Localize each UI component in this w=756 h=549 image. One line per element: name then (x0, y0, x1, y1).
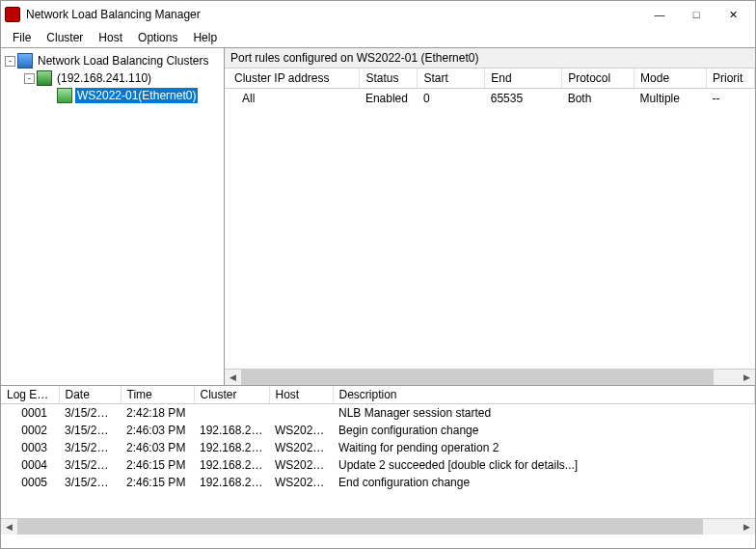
log-cell-host: WS2022... (269, 422, 333, 439)
tree-cluster[interactable]: - (192.168.241.110) (1, 69, 224, 87)
rules-h-scrollbar[interactable]: ◀ ▶ (225, 369, 755, 385)
log-cell-time: 2:42:18 PM (121, 404, 194, 423)
maximize-button[interactable]: □ (678, 1, 715, 28)
app-icon (5, 7, 20, 22)
log-cell-date: 3/15/2022 (59, 404, 121, 423)
col-end[interactable]: End (485, 69, 562, 89)
log-cell-cluster: 192.168.24... (194, 474, 269, 491)
port-rules-table[interactable]: Cluster IP address Status Start End Prot… (225, 69, 755, 369)
log-cell-time: 2:46:03 PM (121, 422, 194, 439)
tree-root[interactable]: - Network Load Balancing Clusters (1, 52, 224, 69)
log-cell-host: WS2022... (269, 456, 333, 474)
log-cell-date: 3/15/2022 (59, 439, 121, 456)
log-cell-time: 2:46:15 PM (121, 474, 194, 491)
cell-status: Enabled (360, 89, 418, 109)
menu-host[interactable]: Host (91, 29, 130, 46)
scroll-track[interactable] (241, 370, 739, 385)
col-log-cluster[interactable]: Cluster (194, 386, 269, 404)
log-cell-date: 3/15/2022 (59, 474, 121, 491)
log-cell-host: WS2022... (269, 474, 333, 491)
cell-end: 65535 (485, 89, 562, 109)
col-start[interactable]: Start (418, 69, 485, 89)
scroll-right-icon[interactable]: ▶ (739, 519, 755, 535)
tree-cluster-label: (192.168.241.110) (55, 70, 153, 86)
log-cell-n: 0002 (1, 422, 59, 439)
tree-host-label: WS2022-01(Ethernet0) (75, 88, 198, 103)
cell-start: 0 (418, 89, 485, 109)
scroll-thumb[interactable] (241, 370, 714, 385)
log-header-row[interactable]: Log En... Date Time Cluster Host Descrip… (1, 386, 755, 404)
port-rules-header: Port rules configured on WS2022-01 (Ethe… (225, 48, 755, 69)
col-status[interactable]: Status (360, 69, 418, 89)
log-cell-time: 2:46:15 PM (121, 456, 194, 474)
clusters-icon (17, 53, 33, 69)
tree-root-label: Network Load Balancing Clusters (36, 53, 210, 69)
log-cell-cluster (194, 404, 269, 423)
log-row[interactable]: 00053/15/20222:46:15 PM192.168.24...WS20… (1, 474, 755, 491)
table-row[interactable]: AllEnabled065535BothMultiple-- (225, 89, 755, 109)
scroll-track[interactable] (17, 519, 739, 535)
log-h-scrollbar[interactable]: ◀ ▶ (1, 518, 755, 535)
menu-bar: File Cluster Host Options Help (1, 28, 755, 47)
log-cell-desc: NLB Manager session started (333, 404, 755, 423)
log-cell-time: 2:46:03 PM (121, 439, 194, 456)
log-cell-n: 0003 (1, 439, 59, 456)
col-log-date[interactable]: Date (59, 386, 121, 404)
title-bar: Network Load Balancing Manager — □ ✕ (1, 1, 755, 28)
table-header-row[interactable]: Cluster IP address Status Start End Prot… (225, 69, 755, 89)
log-row[interactable]: 00033/15/20222:46:03 PM192.168.24...WS20… (1, 439, 755, 456)
scroll-left-icon[interactable]: ◀ (225, 370, 241, 386)
log-cell-n: 0001 (1, 404, 59, 423)
scroll-left-icon[interactable]: ◀ (1, 519, 17, 535)
log-cell-date: 3/15/2022 (59, 422, 121, 439)
cell-protocol: Both (562, 89, 634, 109)
log-cell-cluster: 192.168.24... (194, 439, 269, 456)
col-cluster-ip[interactable]: Cluster IP address (225, 69, 360, 89)
close-button[interactable]: ✕ (715, 1, 751, 28)
tree-host[interactable]: WS2022-01(Ethernet0) (1, 87, 224, 104)
menu-cluster[interactable]: Cluster (39, 29, 91, 46)
log-row[interactable]: 00043/15/20222:46:15 PM192.168.24...WS20… (1, 456, 755, 474)
port-rules-pane: Port rules configured on WS2022-01 (Ethe… (225, 48, 755, 385)
scroll-right-icon[interactable]: ▶ (739, 370, 755, 386)
col-log-desc[interactable]: Description (333, 386, 755, 404)
host-icon (57, 88, 72, 103)
main-panes: - Network Load Balancing Clusters - (192… (1, 47, 755, 385)
cluster-tree[interactable]: - Network Load Balancing Clusters - (192… (1, 48, 225, 385)
log-row[interactable]: 00023/15/20222:46:03 PM192.168.24...WS20… (1, 422, 755, 439)
log-cell-cluster: 192.168.24... (194, 422, 269, 439)
col-protocol[interactable]: Protocol (562, 69, 634, 89)
cell-priority: -- (706, 89, 754, 109)
minimize-button[interactable]: — (641, 1, 678, 28)
col-priority[interactable]: Priorit (706, 69, 754, 89)
cell-mode: Multiple (634, 89, 707, 109)
log-cell-date: 3/15/2022 (59, 456, 121, 474)
window-title: Network Load Balancing Manager (26, 8, 641, 21)
menu-help[interactable]: Help (185, 29, 225, 46)
log-cell-host: WS2022... (269, 439, 333, 456)
log-cell-n: 0005 (1, 474, 59, 491)
col-log-entry[interactable]: Log En... (1, 386, 59, 404)
cell-ip: All (225, 89, 360, 109)
menu-file[interactable]: File (5, 29, 39, 46)
log-table[interactable]: Log En... Date Time Cluster Host Descrip… (1, 386, 755, 518)
log-cell-host (269, 404, 333, 423)
log-cell-desc: End configuration change (333, 474, 755, 491)
cluster-icon (37, 70, 52, 86)
log-cell-n: 0004 (1, 456, 59, 474)
col-log-host[interactable]: Host (269, 386, 333, 404)
menu-options[interactable]: Options (130, 29, 185, 46)
log-cell-desc: Waiting for pending operation 2 (333, 439, 755, 456)
log-cell-desc: Begin configuration change (333, 422, 755, 439)
scroll-thumb[interactable] (17, 519, 703, 535)
log-cell-desc: Update 2 succeeded [double click for det… (333, 456, 755, 474)
collapse-icon[interactable]: - (5, 56, 15, 67)
col-mode[interactable]: Mode (634, 69, 707, 89)
collapse-icon[interactable]: - (24, 73, 35, 84)
log-cell-cluster: 192.168.24... (194, 456, 269, 474)
log-pane: Log En... Date Time Cluster Host Descrip… (1, 385, 755, 535)
log-row[interactable]: 00013/15/20222:42:18 PMNLB Manager sessi… (1, 404, 755, 423)
col-log-time[interactable]: Time (121, 386, 194, 404)
